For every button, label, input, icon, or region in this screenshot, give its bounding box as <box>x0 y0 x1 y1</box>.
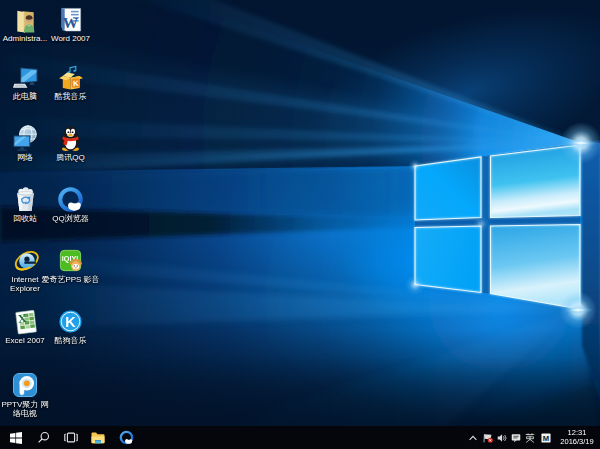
svg-text:M: M <box>543 433 549 442</box>
svg-text:K: K <box>65 314 76 330</box>
svg-text:K: K <box>73 79 80 88</box>
svg-text:W: W <box>63 14 79 31</box>
